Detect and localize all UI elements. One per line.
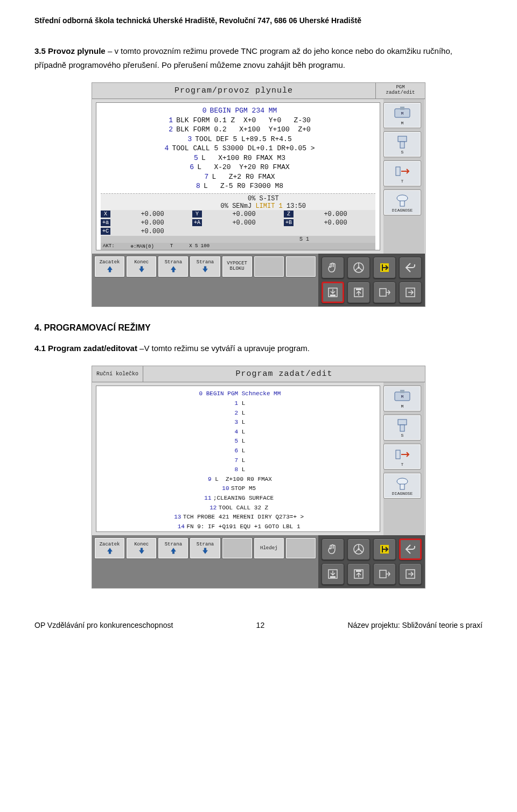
svg-text:M: M bbox=[401, 111, 404, 116]
disk-in-icon[interactable] bbox=[322, 563, 344, 585]
coord-value: +0.000 bbox=[113, 211, 192, 218]
next-icon[interactable] bbox=[399, 282, 422, 303]
coord-row: X+0.000Y+0.000Z+0.000 bbox=[101, 210, 375, 219]
softkey-zacatek[interactable]: Zacatek bbox=[94, 256, 125, 277]
coord-row: +C+0.000 bbox=[101, 227, 375, 236]
disk-in-icon[interactable] bbox=[322, 282, 344, 303]
svg-rect-14 bbox=[356, 289, 361, 290]
next-icon[interactable] bbox=[399, 563, 422, 585]
disk-out-icon[interactable] bbox=[347, 563, 370, 585]
svg-rect-15 bbox=[380, 289, 386, 296]
program-line: 8L Z-5 R0 F3000 M8 bbox=[101, 181, 375, 191]
softkey-strana[interactable]: Strana bbox=[190, 256, 220, 277]
akt-cell: X S 100 bbox=[189, 243, 209, 249]
coord-value: +0.000 bbox=[113, 228, 192, 235]
svg-rect-20 bbox=[398, 419, 407, 425]
svg-point-9 bbox=[358, 267, 360, 269]
cnc2-title: Program zadat/edit bbox=[143, 366, 425, 382]
side-button-s[interactable]: S bbox=[383, 131, 421, 157]
softkey-vypocet[interactable]: VYPOCET BLOKU bbox=[222, 256, 253, 277]
softkey-strana[interactable]: Strana bbox=[158, 256, 188, 277]
step-icon[interactable] bbox=[373, 538, 396, 560]
figure-zadat-editovat: Ruční kolečko Program zadat/edit 0BEGIN … bbox=[34, 366, 483, 589]
side-button-label: M bbox=[401, 404, 404, 409]
program-line: 8L bbox=[101, 465, 375, 475]
run-icon[interactable] bbox=[373, 282, 396, 303]
softkey-empty bbox=[285, 256, 316, 277]
disk-out-icon[interactable] bbox=[347, 282, 370, 303]
cnc1-side-buttons: MMSTDIAGNOSE bbox=[383, 99, 424, 254]
softkey-label: Strana bbox=[197, 542, 214, 547]
cnc-panel-2: Ruční kolečko Program zadat/edit 0BEGIN … bbox=[92, 366, 425, 589]
step-icon[interactable] bbox=[373, 257, 396, 278]
program-line: 10STOP M5 bbox=[101, 484, 375, 494]
coord-value: +0.000 bbox=[204, 211, 284, 218]
cnc1-title: Program/provoz plynule bbox=[92, 83, 375, 99]
program-line: 0BEGIN PGM 234 MM bbox=[101, 106, 375, 116]
coord-label: Y bbox=[192, 211, 202, 218]
side-button-diagnose[interactable]: DIAGNOSE bbox=[383, 190, 421, 215]
svg-point-6 bbox=[397, 195, 408, 201]
run-icon[interactable] bbox=[373, 563, 396, 585]
cnc1-status-box: 0% S-IST 0% SENmJ LIMIT 1 13:50 bbox=[101, 193, 375, 210]
heading-section-4: 4. PROGRAMOVACÍ REŽIMY bbox=[34, 323, 483, 333]
svg-point-23 bbox=[397, 478, 408, 485]
svg-text:M: M bbox=[401, 394, 404, 399]
cnc1-program-area: 0BEGIN PGM 234 MM1BLK FORM 0.1 Z X+0 Y+0… bbox=[96, 102, 380, 250]
side-button-m[interactable]: MM bbox=[383, 386, 421, 411]
program-line: 1BLK FORM 0.1 Z X+0 Y+0 Z-30 bbox=[101, 116, 375, 125]
softkey-label: Strana bbox=[197, 260, 214, 265]
softkey-konec[interactable]: Konec bbox=[126, 256, 157, 277]
side-button-t[interactable]: T bbox=[383, 444, 421, 470]
cnc2-bottom-bar: ZacatekKonecStranaStranaHledej bbox=[92, 535, 425, 588]
coord-value: +0.000 bbox=[296, 219, 375, 227]
program-line: 6L bbox=[101, 446, 375, 456]
program-line: 3TOOL DEF 5 L+89.5 R+4.5 bbox=[101, 135, 375, 144]
side-button-m[interactable]: MM bbox=[383, 102, 421, 128]
return-icon[interactable] bbox=[399, 538, 422, 560]
hand-icon[interactable] bbox=[322, 257, 344, 278]
svg-rect-7 bbox=[400, 201, 404, 206]
svg-rect-3 bbox=[398, 136, 407, 142]
cnc1-bottom-bar: ZacatekKonecStranaStranaVYPOCET BLOKU bbox=[92, 254, 425, 306]
paragraph-3-5: 3.5 Provoz plynule – v tomto provozním r… bbox=[34, 44, 483, 72]
coord-value: +0.000 bbox=[296, 211, 375, 218]
program-line: 12TOOL CALL 32 Z bbox=[101, 503, 375, 513]
svg-rect-24 bbox=[400, 484, 404, 489]
softkey-label: VYPOCET BLOKU bbox=[227, 261, 247, 271]
return-icon[interactable] bbox=[399, 257, 422, 278]
coord-label: Z bbox=[284, 211, 294, 218]
softkey-strana[interactable]: Strana bbox=[158, 537, 188, 559]
softkey-label: Konec bbox=[134, 542, 149, 547]
cnc2-icon-grid bbox=[318, 535, 425, 588]
svg-rect-21 bbox=[400, 425, 404, 431]
hand-icon[interactable] bbox=[322, 538, 344, 560]
side-button-diagnose[interactable]: DIAGNOSE bbox=[383, 473, 421, 499]
svg-rect-5 bbox=[396, 167, 400, 176]
steering-icon[interactable] bbox=[347, 257, 370, 278]
softkey-hledej[interactable]: Hledej bbox=[254, 537, 284, 559]
softkey-label: Zacatek bbox=[100, 542, 120, 547]
cnc1-status-line2: 0% SENmJ LIMIT 1 13:50 bbox=[101, 202, 375, 210]
steering-icon[interactable] bbox=[347, 538, 370, 560]
softkey-empty bbox=[222, 537, 253, 559]
page-footer: OP Vzdělávání pro konkurenceschopnost 12… bbox=[34, 621, 483, 629]
softkey-konec[interactable]: Konec bbox=[126, 537, 157, 559]
cnc-panel-1: Program/provoz plynule PGM zadat/edit 0B… bbox=[92, 82, 425, 307]
softkey-strana[interactable]: Strana bbox=[190, 537, 220, 559]
softkey-label: Konec bbox=[134, 260, 149, 265]
softkey-zacatek[interactable]: Zacatek bbox=[94, 537, 125, 559]
cnc1-title-right: PGM zadat/edit bbox=[375, 83, 425, 99]
program-line: 3L bbox=[101, 418, 375, 428]
akt-cell: ⊕:MAN(0) bbox=[131, 243, 154, 249]
side-button-label: S bbox=[401, 433, 404, 438]
side-button-s[interactable]: S bbox=[383, 415, 421, 440]
side-button-t[interactable]: T bbox=[383, 160, 421, 186]
softkey-empty bbox=[254, 256, 284, 277]
para1-heading: 3.5 Provoz plynule bbox=[34, 46, 106, 55]
program-line: 2BLK FORM 0.2 X+100 Y+100 Z+0 bbox=[101, 125, 375, 135]
side-button-label: DIAGNOSE bbox=[392, 491, 413, 496]
cnc1-akt-row: AKT:⊕:MAN(0)TX S 100 bbox=[101, 243, 375, 250]
svg-rect-1 bbox=[400, 107, 404, 110]
program-line: 5L X+100 R0 FMAX M3 bbox=[101, 153, 375, 163]
